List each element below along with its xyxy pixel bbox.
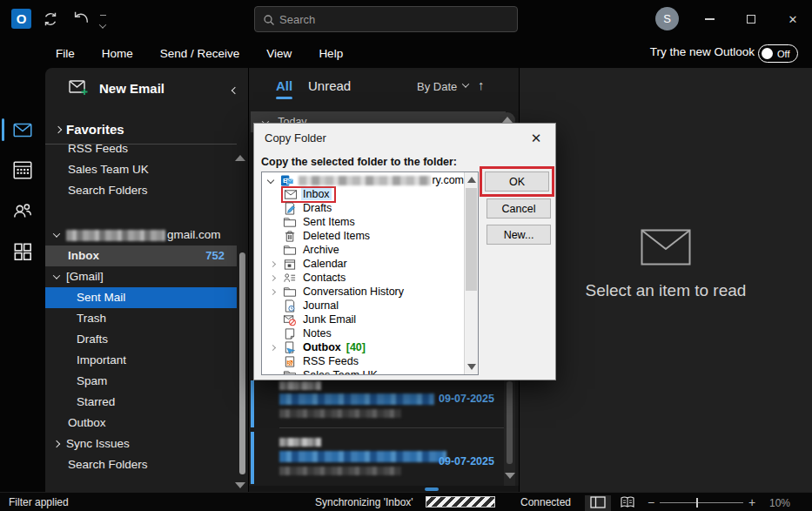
- cancel-button[interactable]: Cancel: [487, 198, 551, 219]
- tree-outbox[interactable]: Outbox[40]: [262, 340, 464, 354]
- chevron-down-icon[interactable]: [267, 177, 274, 184]
- tree-sent-items[interactable]: Sent Items: [262, 215, 464, 229]
- tree-sales-team-uk[interactable]: Sales Team UK: [262, 368, 464, 375]
- menu-file[interactable]: File: [56, 47, 75, 60]
- people-icon[interactable]: [11, 199, 34, 222]
- mail-icon[interactable]: [11, 118, 34, 141]
- minimize-button[interactable]: [696, 10, 722, 28]
- folder--gmail-[interactable]: [Gmail]: [45, 266, 237, 287]
- tree-journal[interactable]: Journal: [262, 299, 464, 313]
- zoom-out-icon[interactable]: −: [648, 495, 654, 509]
- tab-unread[interactable]: Unread: [308, 78, 351, 93]
- folder-rss-feeds[interactable]: RSS Feeds: [45, 144, 237, 159]
- collapse-pane-icon[interactable]: [232, 82, 238, 97]
- envelope-icon: [641, 229, 691, 266]
- folder-scrollbar-up-icon[interactable]: [235, 155, 245, 161]
- close-button[interactable]: ✕: [780, 10, 806, 28]
- rss-icon: [283, 355, 297, 368]
- folder-label: Sent Mail: [77, 291, 125, 304]
- sort-direction-icon[interactable]: ↑: [478, 77, 485, 92]
- outlook-window: O Search S ✕ FileHomeSend / ReceiveViewH…: [0, 0, 812, 511]
- folder-label: Search Folders: [68, 458, 148, 471]
- folder-spam[interactable]: Spam: [45, 371, 237, 392]
- folder-sent-mail[interactable]: Sent Mail: [45, 287, 237, 308]
- reading-view-icon[interactable]: [620, 496, 635, 511]
- undo-icon[interactable]: [71, 10, 91, 32]
- tree-drafts[interactable]: Drafts: [262, 201, 464, 215]
- sort-by-dropdown[interactable]: By Date: [417, 80, 468, 93]
- chevron-right-icon[interactable]: [53, 440, 60, 447]
- menu-send-receive[interactable]: Send / Receive: [160, 47, 240, 60]
- sync-status: Synchronizing 'Inbox': [315, 496, 413, 508]
- tree-conversation-history[interactable]: Conversation History: [262, 285, 464, 299]
- ok-button[interactable]: OK: [485, 171, 549, 192]
- apps-grid-icon[interactable]: [11, 240, 34, 263]
- chevron-down-icon[interactable]: [53, 231, 60, 238]
- tree-archive[interactable]: Archive: [262, 243, 464, 257]
- maximize-button[interactable]: [738, 10, 764, 28]
- annotation-box-inbox: Inbox: [281, 186, 336, 203]
- folder-scrollbar-down-icon[interactable]: [235, 482, 245, 488]
- new-email-button[interactable]: New Email: [68, 78, 164, 97]
- folder-starred[interactable]: Starred: [45, 392, 237, 413]
- folder-sync-issues[interactable]: Sync Issues: [45, 434, 237, 454]
- tree-scrollbar-down-icon[interactable]: [467, 364, 476, 370]
- send-receive-sync-icon[interactable]: [41, 10, 60, 32]
- folder-search-folders[interactable]: Search Folders: [45, 180, 237, 201]
- new-outlook-toggle[interactable]: Off: [758, 44, 798, 63]
- unread-count: 752: [205, 245, 225, 266]
- zoom-in-icon[interactable]: +: [748, 495, 755, 509]
- tree-indent: [262, 290, 283, 294]
- tree-junk-email[interactable]: Junk Email: [262, 313, 464, 326]
- folder-inbox[interactable]: Inbox752: [45, 245, 237, 266]
- zoom-slider-handle[interactable]: [696, 498, 698, 508]
- menu-help[interactable]: Help: [319, 47, 343, 60]
- dialog-close-icon[interactable]: ✕: [526, 129, 547, 148]
- redacted-subject: [279, 393, 434, 405]
- tree-calendar[interactable]: Calendar: [262, 257, 464, 271]
- folder-scrollbar-thumb[interactable]: [239, 252, 245, 474]
- tree-label: Sent Items: [301, 216, 357, 228]
- folder-search-folders[interactable]: Search Folders: [45, 454, 237, 475]
- expand-chevron-icon[interactable]: [269, 344, 275, 350]
- tree-rss-feeds[interactable]: RSS Feeds: [262, 354, 464, 368]
- folder-label: RSS Feeds: [68, 144, 128, 155]
- folder-outbox[interactable]: Outbox: [45, 413, 237, 434]
- new-folder-button[interactable]: New...: [487, 225, 551, 245]
- folder-account[interactable]: gmail.com: [45, 225, 237, 245]
- favorites-header[interactable]: Favorites: [56, 122, 124, 137]
- tab-all[interactable]: All: [276, 78, 292, 93]
- tree-deleted-items[interactable]: Deleted Items: [262, 229, 464, 243]
- folder-trash[interactable]: Trash: [45, 308, 237, 329]
- folder-pane: New Email Favorites RSS FeedsSales Team …: [45, 68, 248, 492]
- tree-scrollbar-up-icon[interactable]: [467, 177, 476, 183]
- folder-drafts[interactable]: Drafts: [45, 329, 237, 350]
- folder-sales-team-uk[interactable]: Sales Team UK: [45, 159, 237, 180]
- folder-label: Important: [77, 353, 126, 366]
- avatar[interactable]: S: [655, 7, 679, 30]
- menu-view[interactable]: View: [266, 47, 292, 60]
- expand-chevron-icon[interactable]: [269, 288, 275, 294]
- expand-chevron-icon[interactable]: [269, 260, 275, 266]
- folder-important[interactable]: Important: [45, 350, 237, 371]
- tree-inbox[interactable]: Inbox: [262, 187, 464, 201]
- calendar-icon[interactable]: [11, 158, 34, 181]
- menu-home[interactable]: Home: [102, 47, 133, 60]
- zoom-slider-track[interactable]: [660, 502, 743, 503]
- search-input[interactable]: Search: [254, 6, 518, 32]
- chevron-down-icon[interactable]: [53, 272, 60, 279]
- connection-status: Connected: [520, 496, 571, 508]
- message-scrollbar-down-icon[interactable]: [505, 473, 515, 479]
- message-scrollbar-thumb[interactable]: [507, 381, 513, 464]
- tree-contacts[interactable]: Contacts: [262, 271, 464, 285]
- tree-notes[interactable]: Notes: [262, 326, 464, 340]
- tree-scrollbar-thumb[interactable]: [466, 188, 477, 291]
- normal-view-icon[interactable]: [585, 495, 611, 511]
- tree-scrollbar[interactable]: [464, 172, 478, 374]
- horizontal-scrollbar[interactable]: [249, 486, 519, 492]
- customize-toolbar-chevron-icon[interactable]: [100, 15, 106, 33]
- calendar-icon: [283, 258, 297, 271]
- search-placeholder: Search: [279, 13, 315, 26]
- expand-chevron-icon[interactable]: [269, 274, 275, 280]
- horizontal-scrollbar-thumb[interactable]: [425, 487, 439, 491]
